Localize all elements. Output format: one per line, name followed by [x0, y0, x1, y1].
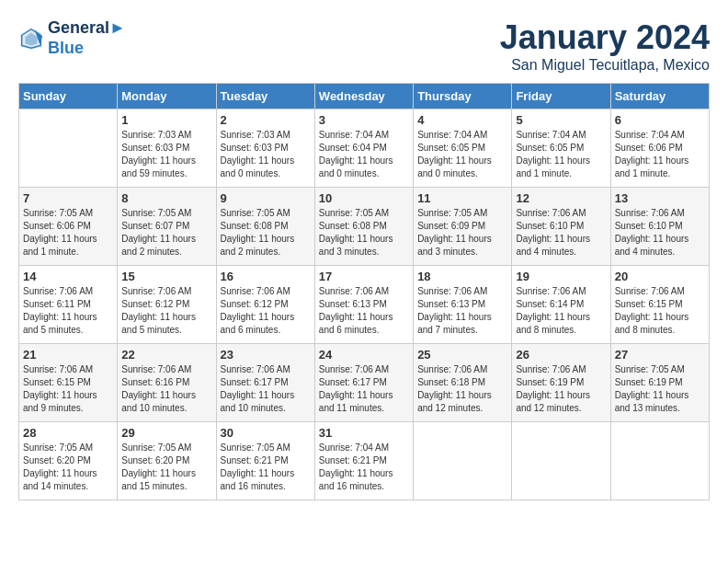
day-number: 30: [221, 426, 311, 440]
table-row: 8Sunrise: 7:05 AM Sunset: 6:07 PM Daylig…: [118, 188, 216, 266]
day-info: Sunrise: 7:05 AM Sunset: 6:20 PM Dayligh…: [23, 442, 113, 493]
table-row: 3Sunrise: 7:04 AM Sunset: 6:04 PM Daylig…: [314, 109, 413, 188]
header-monday: Monday: [118, 84, 216, 109]
day-number: 29: [121, 426, 211, 440]
day-info: Sunrise: 7:04 AM Sunset: 6:04 PM Dayligh…: [319, 129, 409, 180]
day-info: Sunrise: 7:04 AM Sunset: 6:21 PM Dayligh…: [319, 442, 409, 493]
table-row: 30Sunrise: 7:05 AM Sunset: 6:21 PM Dayli…: [216, 422, 314, 500]
day-number: 15: [121, 270, 211, 283]
calendar-week-row: 7Sunrise: 7:05 AM Sunset: 6:06 PM Daylig…: [19, 188, 710, 266]
day-number: 14: [23, 270, 113, 283]
day-number: 24: [319, 348, 409, 362]
day-number: 20: [615, 270, 705, 283]
day-number: 10: [319, 191, 409, 205]
day-info: Sunrise: 7:05 AM Sunset: 6:08 PM Dayligh…: [221, 207, 311, 259]
table-row: 31Sunrise: 7:04 AM Sunset: 6:21 PM Dayli…: [314, 422, 413, 500]
calendar-week-row: 14Sunrise: 7:06 AM Sunset: 6:11 PM Dayli…: [19, 266, 710, 344]
page-header: General► Blue January 2024 San Miguel Te…: [18, 18, 710, 74]
day-number: 3: [319, 113, 409, 127]
table-row: 9Sunrise: 7:05 AM Sunset: 6:08 PM Daylig…: [216, 188, 314, 266]
table-row: 23Sunrise: 7:06 AM Sunset: 6:17 PM Dayli…: [216, 344, 314, 422]
day-number: 1: [121, 113, 211, 127]
header-saturday: Saturday: [610, 84, 709, 109]
day-info: Sunrise: 7:05 AM Sunset: 6:19 PM Dayligh…: [615, 363, 705, 415]
day-number: 25: [417, 348, 507, 362]
calendar-table: Sunday Monday Tuesday Wednesday Thursday…: [18, 83, 710, 500]
day-info: Sunrise: 7:06 AM Sunset: 6:13 PM Dayligh…: [417, 285, 507, 337]
day-number: 9: [221, 191, 311, 205]
table-row: 18Sunrise: 7:06 AM Sunset: 6:13 PM Dayli…: [414, 266, 512, 344]
day-info: Sunrise: 7:06 AM Sunset: 6:10 PM Dayligh…: [516, 207, 606, 259]
day-number: 22: [121, 348, 211, 362]
day-number: 28: [23, 426, 113, 440]
table-row: 13Sunrise: 7:06 AM Sunset: 6:10 PM Dayli…: [610, 188, 709, 266]
day-info: Sunrise: 7:04 AM Sunset: 6:06 PM Dayligh…: [615, 129, 705, 180]
table-row: 19Sunrise: 7:06 AM Sunset: 6:14 PM Dayli…: [512, 266, 610, 344]
logo-text: General► Blue: [48, 18, 126, 58]
table-row: 16Sunrise: 7:06 AM Sunset: 6:12 PM Dayli…: [216, 266, 314, 344]
day-info: Sunrise: 7:06 AM Sunset: 6:17 PM Dayligh…: [221, 363, 311, 415]
day-info: Sunrise: 7:04 AM Sunset: 6:05 PM Dayligh…: [516, 129, 606, 180]
table-row: 25Sunrise: 7:06 AM Sunset: 6:18 PM Dayli…: [414, 344, 512, 422]
day-number: 8: [121, 191, 211, 205]
day-number: 4: [417, 113, 507, 127]
table-row: 22Sunrise: 7:06 AM Sunset: 6:16 PM Dayli…: [118, 344, 216, 422]
day-info: Sunrise: 7:05 AM Sunset: 6:06 PM Dayligh…: [23, 207, 113, 259]
table-row: 12Sunrise: 7:06 AM Sunset: 6:10 PM Dayli…: [512, 188, 610, 266]
header-friday: Friday: [512, 84, 610, 109]
table-row: 14Sunrise: 7:06 AM Sunset: 6:11 PM Dayli…: [19, 266, 118, 344]
location-subtitle: San Miguel Tecuitlapa, Mexico: [500, 57, 710, 74]
table-row: 17Sunrise: 7:06 AM Sunset: 6:13 PM Dayli…: [314, 266, 413, 344]
day-info: Sunrise: 7:06 AM Sunset: 6:15 PM Dayligh…: [615, 285, 705, 337]
day-info: Sunrise: 7:06 AM Sunset: 6:18 PM Dayligh…: [417, 363, 507, 415]
day-info: Sunrise: 7:06 AM Sunset: 6:11 PM Dayligh…: [23, 285, 113, 337]
day-number: 2: [221, 113, 311, 127]
day-info: Sunrise: 7:05 AM Sunset: 6:08 PM Dayligh…: [319, 207, 409, 259]
calendar-week-row: 28Sunrise: 7:05 AM Sunset: 6:20 PM Dayli…: [19, 422, 710, 500]
day-number: 27: [615, 348, 705, 362]
day-info: Sunrise: 7:05 AM Sunset: 6:20 PM Dayligh…: [121, 442, 211, 493]
logo: General► Blue: [18, 18, 126, 58]
day-number: 12: [516, 191, 606, 205]
calendar-week-row: 1Sunrise: 7:03 AM Sunset: 6:03 PM Daylig…: [19, 109, 710, 188]
day-number: 13: [615, 191, 705, 205]
day-number: 11: [417, 191, 507, 205]
day-info: Sunrise: 7:06 AM Sunset: 6:16 PM Dayligh…: [121, 363, 211, 415]
weekday-header-row: Sunday Monday Tuesday Wednesday Thursday…: [19, 84, 710, 109]
day-number: 7: [23, 191, 113, 205]
month-year-title: January 2024: [500, 18, 710, 57]
day-number: 16: [221, 270, 311, 283]
logo-icon: [18, 26, 44, 52]
header-tuesday: Tuesday: [216, 84, 314, 109]
table-row: 29Sunrise: 7:05 AM Sunset: 6:20 PM Dayli…: [118, 422, 216, 500]
header-thursday: Thursday: [414, 84, 512, 109]
title-section: January 2024 San Miguel Tecuitlapa, Mexi…: [500, 18, 710, 74]
table-row: 27Sunrise: 7:05 AM Sunset: 6:19 PM Dayli…: [610, 344, 709, 422]
day-number: 6: [615, 113, 705, 127]
table-row: [610, 422, 709, 500]
day-number: 17: [319, 270, 409, 283]
day-info: Sunrise: 7:06 AM Sunset: 6:19 PM Dayligh…: [516, 363, 606, 415]
calendar-week-row: 21Sunrise: 7:06 AM Sunset: 6:15 PM Dayli…: [19, 344, 710, 422]
day-number: 31: [319, 426, 409, 440]
day-number: 26: [516, 348, 606, 362]
day-info: Sunrise: 7:06 AM Sunset: 6:13 PM Dayligh…: [319, 285, 409, 337]
table-row: [414, 422, 512, 500]
header-wednesday: Wednesday: [314, 84, 413, 109]
table-row: [19, 109, 118, 188]
day-number: 19: [516, 270, 606, 283]
table-row: 5Sunrise: 7:04 AM Sunset: 6:05 PM Daylig…: [512, 109, 610, 188]
day-info: Sunrise: 7:05 AM Sunset: 6:09 PM Dayligh…: [417, 207, 507, 259]
day-info: Sunrise: 7:06 AM Sunset: 6:12 PM Dayligh…: [221, 285, 311, 337]
day-info: Sunrise: 7:05 AM Sunset: 6:21 PM Dayligh…: [221, 442, 311, 493]
day-info: Sunrise: 7:05 AM Sunset: 6:07 PM Dayligh…: [121, 207, 211, 259]
table-row: [512, 422, 610, 500]
table-row: 7Sunrise: 7:05 AM Sunset: 6:06 PM Daylig…: [19, 188, 118, 266]
day-number: 5: [516, 113, 606, 127]
table-row: 21Sunrise: 7:06 AM Sunset: 6:15 PM Dayli…: [19, 344, 118, 422]
table-row: 24Sunrise: 7:06 AM Sunset: 6:17 PM Dayli…: [314, 344, 413, 422]
day-number: 18: [417, 270, 507, 283]
table-row: 15Sunrise: 7:06 AM Sunset: 6:12 PM Dayli…: [118, 266, 216, 344]
table-row: 26Sunrise: 7:06 AM Sunset: 6:19 PM Dayli…: [512, 344, 610, 422]
table-row: 28Sunrise: 7:05 AM Sunset: 6:20 PM Dayli…: [19, 422, 118, 500]
